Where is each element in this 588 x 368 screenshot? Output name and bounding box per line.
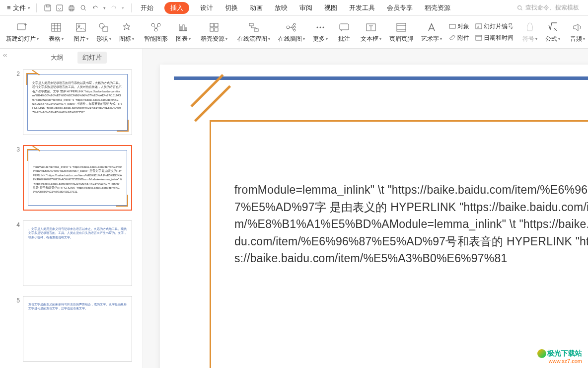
save-as-icon[interactable] — [56, 4, 64, 12]
thumbnail-item[interactable]: 4 。文字是人类用意象义符号记录来达语言以来之。久远的方式结工具。现代文字多是记… — [13, 221, 140, 286]
tab-view[interactable]: 视图 — [323, 2, 338, 13]
print-preview-icon[interactable] — [79, 4, 87, 12]
svg-point-31 — [320, 27, 321, 28]
equation-button[interactable]: 公式▾ — [541, 21, 564, 43]
object-button[interactable]: 对象 — [448, 21, 470, 32]
datetime-button[interactable]: 日期和时间 — [474, 33, 514, 43]
slide-decoration-diag — [194, 85, 231, 122]
thumbnail-item[interactable]: 5 意音文字是由表义的象形符号和表音的声旁结合，成的文字。汉字是由象形文字进化成… — [13, 296, 140, 362]
svg-rect-33 — [340, 24, 349, 30]
tab-slideshow[interactable]: 放映 — [274, 2, 289, 13]
slide-thumbnail[interactable]: 文字是人类用来记录语言的符号系统以及书写，大幅的方式的工具。现代文字多数是记录语… — [23, 70, 132, 135]
audio-button[interactable]: 音频▾ — [566, 21, 588, 43]
print-icon[interactable] — [68, 4, 75, 12]
docer-button[interactable]: 稻壳资源▾ — [197, 21, 231, 43]
slide-decoration-bar — [174, 76, 588, 80]
slide-frame — [210, 120, 588, 122]
smartart-button[interactable]: 智能图形 — [140, 21, 172, 43]
more-button[interactable]: 更多▾ — [309, 21, 332, 43]
separator — [131, 3, 132, 12]
thumbnail-item[interactable]: 3 fromModule=lemma_inlink" \t "https://b… — [13, 145, 140, 211]
tab-design[interactable]: 设计 — [199, 2, 214, 13]
thumbnail-item[interactable]: 2 文字是人类用来记录语言的符号系统以及书写，大幅的方式的工具。现代文字多数是记… — [13, 70, 140, 135]
flowchart-icon — [247, 21, 260, 34]
svg-point-16 — [154, 28, 157, 31]
thumbnail-list[interactable]: 2 文字是人类用来记录语言的符号系统以及书写，大幅的方式的工具。现代文字多数是记… — [10, 68, 143, 368]
tab-review[interactable]: 审阅 — [298, 2, 313, 13]
chevron-down-icon[interactable]: ▾ — [103, 5, 106, 10]
header-footer-button[interactable]: 页眉页脚 — [385, 21, 417, 43]
svg-rect-18 — [183, 25, 184, 31]
chart-icon — [177, 21, 190, 34]
svg-rect-23 — [215, 28, 218, 31]
search-icon — [516, 4, 523, 11]
attachment-icon — [449, 34, 456, 41]
collapse-panel-button[interactable]: ‹‹ — [0, 49, 10, 368]
icons-button[interactable]: 图标▾ — [115, 21, 138, 43]
file-label: 文件 — [13, 3, 26, 12]
shapes-button[interactable]: 形状▾ — [92, 21, 115, 43]
wordart-button[interactable]: 艺术字▾ — [417, 21, 446, 43]
svg-rect-35 — [397, 23, 406, 31]
slide-thumbnail[interactable]: fromModule=lemma_inlink" \t "https://bai… — [23, 145, 132, 211]
search-box[interactable]: 查找命令、搜索模板 — [516, 3, 584, 12]
thumb-text: 。文字是人类用意象义符号记录来达语言以来之。久远的方式结工具。现代文字多是记录语… — [28, 227, 127, 239]
more-icon — [314, 21, 327, 34]
new-slide-button[interactable]: 新建幻灯片▾ — [2, 21, 43, 43]
slide-number-button[interactable]: #幻灯片编号 — [474, 21, 514, 32]
svg-text:#: # — [477, 25, 479, 28]
tab-docer[interactable]: 稻壳资源 — [424, 2, 451, 13]
online-mind-button[interactable]: 在线脑图▾ — [274, 21, 309, 43]
menu-icon: ≡ — [7, 4, 11, 11]
chart-button[interactable]: 图表▾ — [172, 21, 195, 43]
tab-home[interactable]: 开始 — [140, 2, 154, 13]
svg-point-32 — [323, 27, 324, 28]
thumb-text: fromModule=lemma_inlink" \t "https://bai… — [33, 165, 122, 194]
slide-panel: 大纲 幻灯片 2 文字是人类用来记录语言的符号系统以及书写，大幅的方式的工具。现… — [10, 49, 143, 368]
comment-button[interactable]: 批注 — [334, 21, 355, 43]
watermark-logo-icon — [537, 349, 546, 358]
chevron-down-icon: ▾ — [122, 5, 124, 10]
svg-rect-8 — [17, 24, 25, 30]
watermark-brand: 极光下载站 — [547, 349, 582, 358]
outline-tab[interactable]: 大纲 — [46, 52, 69, 64]
tab-member[interactable]: 会员专享 — [386, 2, 414, 13]
thumb-text: 意音文字是由表义的象形符号和表音的声旁结合，成的文字。汉字是由象形文字进化成的意… — [28, 302, 127, 311]
tab-transition[interactable]: 切换 — [224, 2, 239, 13]
docer-icon — [208, 21, 220, 34]
slide-text-content[interactable]: fromModule=lemma_inlink" \t "https://bai… — [234, 181, 588, 267]
svg-point-27 — [294, 23, 295, 25]
slide-thumbnail[interactable]: 意音文字是由表义的象形符号和表音的声旁结合，成的文字。汉字是由象形文字进化成的意… — [23, 296, 132, 362]
file-menu[interactable]: ≡ 文件 ▾ — [4, 2, 33, 13]
comment-icon — [338, 21, 351, 34]
smartart-icon — [149, 21, 162, 34]
symbol-icon — [523, 21, 536, 34]
slide-number: 2 — [13, 70, 20, 135]
slide-thumbnail[interactable]: 。文字是人类用意象义符号记录来达语言以来之。久远的方式结工具。现代文字多是记录语… — [23, 221, 132, 286]
slide-canvas[interactable]: fromModule=lemma_inlink" \t "https://bai… — [143, 49, 588, 368]
tab-animation[interactable]: 动画 — [249, 2, 264, 13]
svg-point-11 — [78, 25, 80, 27]
mindmap-icon — [285, 21, 298, 34]
current-slide[interactable]: fromModule=lemma_inlink" \t "https://bai… — [160, 65, 588, 368]
svg-rect-25 — [254, 29, 258, 31]
tab-insert[interactable]: 插入 — [164, 2, 189, 14]
table-button[interactable]: 表格▾ — [45, 21, 68, 43]
table-icon — [50, 21, 63, 34]
save-icon[interactable] — [44, 4, 52, 12]
picture-button[interactable]: 图片▾ — [70, 21, 92, 43]
svg-rect-39 — [476, 35, 482, 40]
slides-tab[interactable]: 幻灯片 — [77, 52, 107, 64]
online-flow-button[interactable]: 在线流程图▾ — [233, 21, 274, 43]
tab-developer[interactable]: 开发工具 — [348, 2, 376, 13]
textbox-button[interactable]: 文本框▾ — [357, 21, 385, 43]
slide-number: 4 — [13, 221, 20, 286]
slide-number-icon: # — [475, 23, 482, 30]
attachment-button[interactable]: 附件 — [448, 33, 470, 43]
undo-icon[interactable] — [91, 4, 99, 12]
ribbon-tabs: 开始 插入 设计 切换 动画 放映 审阅 视图 开发工具 会员专享 稻壳资源 — [135, 2, 515, 14]
side-tabs: 大纲 幻灯片 — [10, 49, 143, 68]
svg-rect-22 — [210, 28, 214, 31]
slide-number: 5 — [13, 296, 20, 362]
equation-icon — [546, 21, 559, 34]
